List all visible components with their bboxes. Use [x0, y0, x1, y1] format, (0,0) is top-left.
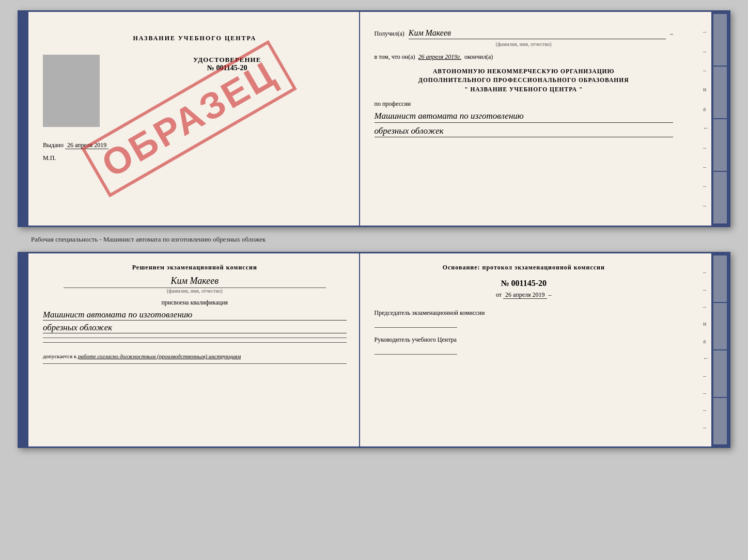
poluchil-line: Получил(а) Ким Макеев – [375, 28, 673, 39]
rdash-i: и [703, 86, 709, 93]
dopuskaetsya-text: работе согласно должностным (производств… [78, 353, 241, 359]
separator-text: Рабочая специальность - Машинист автомат… [10, 235, 266, 244]
bottom-document-spread: Решением экзаменационной комиссии Ким Ма… [18, 252, 730, 448]
ot-date: 26 апреля 2019 [503, 291, 547, 299]
bottom-doc-left: Решением экзаменационной комиссии Ким Ма… [19, 253, 360, 446]
rdash-6: – [703, 163, 709, 171]
rdash-8: – [703, 202, 709, 210]
bstrip-3 [713, 350, 727, 397]
brdash-arrow: ← [703, 355, 709, 362]
strip-3 [713, 119, 727, 171]
dopuskaetsya-label: допускается к [43, 353, 76, 359]
brdash-3: – [703, 303, 709, 311]
brdash-i: и [703, 320, 709, 328]
poluchil-name: Ким Макеев [409, 28, 666, 39]
vtom-label: в том, что он(а) [375, 53, 415, 61]
right-edge-strips [711, 12, 729, 226]
udostoverenie-block: УДОСТОВЕРЕНИЕ № 001145-20 [108, 56, 347, 72]
empty-line-1 [43, 338, 347, 338]
udostoverenie-title: УДОСТОВЕРЕНИЕ [108, 56, 347, 64]
empty-line-2 [43, 342, 347, 343]
osnovanie-label: Основание: протокол экзаменационной коми… [375, 264, 673, 271]
org-line1: АВТОНОМНУЮ НЕКОММЕРЧЕСКУЮ ОРГАНИЗАЦИЮ [375, 67, 673, 76]
predsedatel-block: Председатель экзаменационной комиссии [375, 309, 673, 328]
brdash-2: – [703, 286, 709, 294]
okonchil-label: окончил(а) [464, 53, 493, 61]
dopuskaetsya-block: допускается к работе согласно должностны… [43, 353, 347, 359]
vydano-line: Выдано 26 апреля 2019 [43, 141, 347, 149]
strip-1 [713, 14, 727, 66]
brdash-7: – [703, 406, 709, 414]
prisvoena-label: присвоена квалификация [43, 299, 347, 307]
mp-label: М.П. [43, 154, 56, 162]
rdash-1: – [703, 28, 709, 36]
predsedatel-signature-line [375, 327, 457, 328]
vydano-date: 26 апреля 2019 [65, 141, 108, 149]
rdash-2: – [703, 47, 709, 55]
vtom-line: в том, что он(а) 26 апреля 2019г. окончи… [375, 53, 673, 61]
resheniem-title: Решением экзаменационной комиссии [43, 264, 347, 271]
rdash-a: а [703, 105, 709, 113]
rdash-3: – [703, 67, 709, 74]
fio-sub-bottom: (фамилия, имя, отчество) [64, 287, 326, 294]
ot-date-block: от 26 апреля 2019 – [375, 291, 673, 299]
udostoverenie-num: № 001145-20 [108, 64, 347, 72]
poluchil-label: Получил(а) [375, 30, 404, 38]
org-block: АВТОНОМНУЮ НЕКОММЕРЧЕСКУЮ ОРГАНИЗАЦИЮ ДО… [375, 67, 673, 94]
predsedatel-label: Председатель экзаменационной комиссии [375, 309, 673, 317]
school-name-top: НАЗВАНИЕ УЧЕБНОГО ЦЕНТРА [43, 35, 347, 42]
protocol-num: № 001145-20 [375, 279, 673, 288]
left-spine [19, 12, 28, 226]
ot-label: от [496, 291, 502, 298]
photo-placeholder [43, 55, 100, 127]
bstrip-4 [713, 398, 727, 444]
bottom-right-strips [711, 253, 729, 446]
profession-line2: обрезных обложек [375, 125, 673, 138]
rukovoditel-label: Руководитель учебного Центра [375, 336, 673, 344]
vtom-date: 26 апреля 2019г. [418, 53, 461, 61]
qualification-line2: обрезных обложек [43, 323, 347, 333]
bottom-name: Ким Макеев [43, 276, 347, 286]
brdash-6: – [703, 389, 709, 397]
empty-line-3 [43, 363, 347, 364]
fio-sub-top: (фамилия, имя, отчество) [375, 41, 673, 47]
profession-line1: Машинист автомата по изготовлению [375, 110, 673, 123]
strip-2 [713, 67, 727, 118]
brdash-5: – [703, 372, 709, 380]
top-doc-right: – – – и а ← – – – – Получил(а) Ким Макее… [360, 12, 729, 226]
po-professii-label: по профессии [375, 100, 673, 108]
bstrip-2 [713, 303, 727, 349]
rukovoditel-signature-line [375, 354, 457, 355]
mp-line: М.П. [43, 154, 347, 162]
brdash-8: – [703, 424, 709, 431]
bstrip-1 [713, 255, 727, 302]
qualification-line1: Машинист автомата по изготовлению [43, 310, 347, 321]
bottom-right-dashes: – – – и а ← – – – – [703, 253, 709, 446]
bottom-doc-right: – – – и а ← – – – – Основание: протокол … [360, 253, 729, 446]
top-doc-left: НАЗВАНИЕ УЧЕБНОГО ЦЕНТРА УДОСТОВЕРЕНИЕ №… [19, 12, 360, 226]
strip-4 [713, 172, 727, 223]
rdash-7: – [703, 182, 709, 190]
brdash-a: а [703, 338, 709, 345]
org-line3: " НАЗВАНИЕ УЧЕБНОГО ЦЕНТРА " [375, 85, 673, 94]
brdash-1: – [703, 268, 709, 276]
rukovoditel-block: Руководитель учебного Центра [375, 336, 673, 355]
rdash-arrow: ← [703, 124, 709, 132]
ot-dash: – [549, 291, 552, 298]
bottom-left-spine [19, 253, 28, 446]
top-document-spread: НАЗВАНИЕ УЧЕБНОГО ЦЕНТРА УДОСТОВЕРЕНИЕ №… [18, 10, 730, 227]
rdash-5: – [703, 144, 709, 152]
vydano-label: Выдано [43, 141, 64, 149]
right-dashes: – – – и а ← – – – – [703, 12, 709, 226]
org-line2: ДОПОЛНИТЕЛЬНОГО ПРОФЕССИОНАЛЬНОГО ОБРАЗО… [375, 76, 673, 85]
